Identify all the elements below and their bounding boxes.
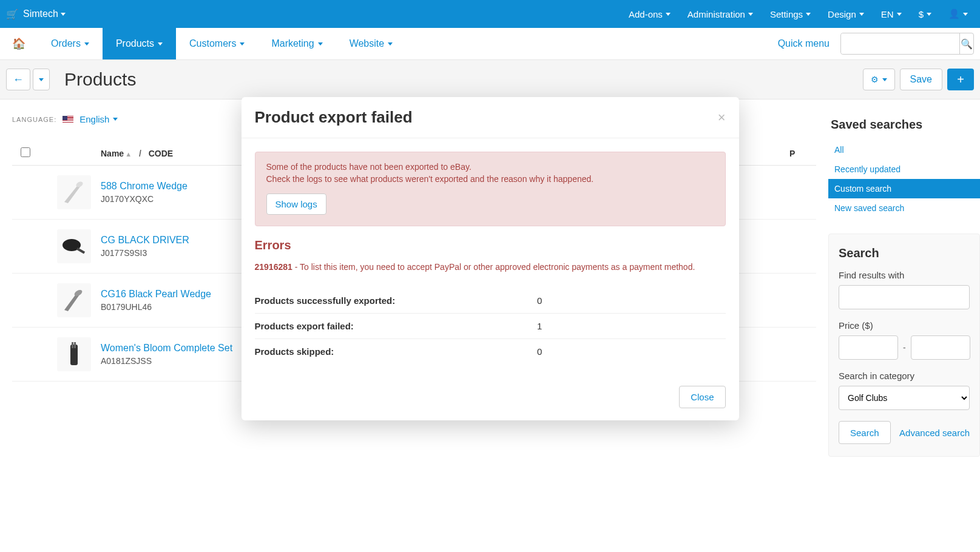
alert-error: Some of the products have not been expor… <box>255 152 726 226</box>
stats-row: Products skipped: 0 <box>255 339 726 365</box>
error-message: - To list this item, you need to accept … <box>292 262 695 272</box>
errors-heading: Errors <box>255 238 726 252</box>
stats-row: Products export failed: 1 <box>255 314 726 339</box>
stats-label: Products skipped: <box>255 339 538 365</box>
modal: Product export failed × Some of the prod… <box>242 97 739 420</box>
stats-value: 1 <box>537 314 725 339</box>
close-button[interactable]: Close <box>679 386 725 408</box>
alert-line2: Check the logs to see what products were… <box>266 174 714 184</box>
alert-line1: Some of the products have not been expor… <box>266 162 714 172</box>
stats-label: Products successfully exported: <box>255 288 538 314</box>
stats-value: 0 <box>537 339 725 365</box>
modal-close-button[interactable]: × <box>718 110 726 126</box>
stats-table: Products successfully exported: 0 Produc… <box>255 288 726 364</box>
show-logs-button[interactable]: Show logs <box>266 194 326 215</box>
stats-label: Products export failed: <box>255 314 538 339</box>
stats-value: 0 <box>537 288 725 314</box>
error-detail: 21916281 - To list this item, you need t… <box>255 261 726 274</box>
error-code: 21916281 <box>255 262 292 272</box>
stats-row: Products successfully exported: 0 <box>255 288 726 314</box>
close-icon: × <box>718 110 726 125</box>
modal-title: Product export failed <box>255 108 413 127</box>
